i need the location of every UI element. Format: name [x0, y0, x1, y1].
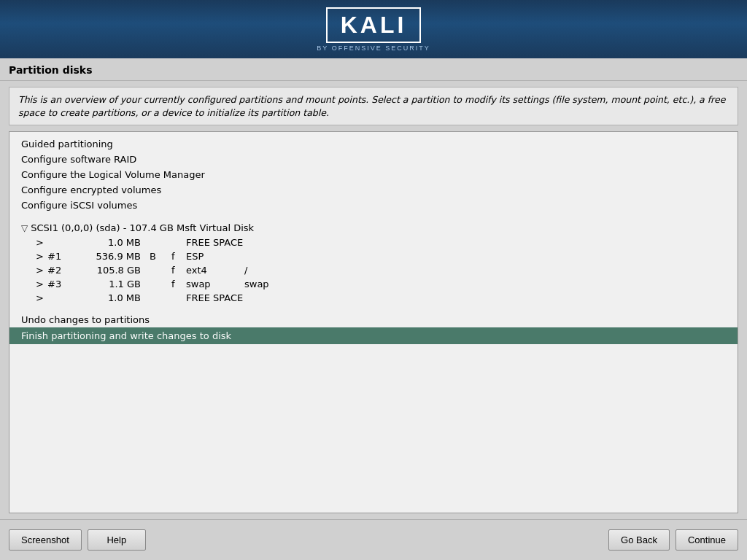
partition-panel[interactable]: Guided partitioning Configure software R… — [9, 131, 738, 513]
logo-box: KALI — [326, 7, 422, 43]
spacer2 — [9, 305, 738, 312]
row-num-1: #1 — [47, 251, 77, 262]
logo-text: KALI — [341, 12, 407, 39]
row-flag1-1: B — [150, 251, 171, 262]
info-box: This is an overview of your currently co… — [9, 87, 738, 125]
row-flag2-3: f — [171, 279, 186, 289]
help-button[interactable]: Help — [88, 529, 146, 551]
footer-left: Screenshot Help — [9, 529, 146, 551]
row-size-0: 1.0 MB — [77, 237, 150, 248]
undo-changes-item[interactable]: Undo changes to partitions — [9, 312, 738, 327]
disk-label: SCSI1 (0,0,0) (sda) - 107.4 GB Msft Virt… — [31, 222, 254, 233]
undo-label: Undo changes to partitions — [21, 314, 150, 325]
row-num-3: #3 — [47, 279, 77, 289]
go-back-button[interactable]: Go Back — [608, 529, 670, 551]
kali-logo: KALI BY OFFENSIVE SECURITY — [317, 7, 430, 52]
row-type-0: FREE SPACE — [186, 237, 244, 248]
row-mount-2: / — [244, 265, 288, 276]
disk-expand-arrow: ▽ — [21, 223, 28, 233]
main-content: This is an overview of your currently co… — [0, 81, 747, 519]
row-size-4: 1.0 MB — [77, 292, 150, 303]
partition-row-free1[interactable]: > 1.0 MB FREE SPACE — [9, 236, 738, 249]
row-num-2: #2 — [47, 265, 77, 276]
row-flag2-2: f — [171, 265, 186, 276]
row-arrow-4: > — [36, 292, 47, 303]
screenshot-button[interactable]: Screenshot — [9, 529, 82, 551]
row-size-1: 536.9 MB — [77, 251, 150, 262]
finish-label: Finish partitioning and write changes to… — [21, 330, 231, 341]
row-flag2-1: f — [171, 251, 186, 262]
menu-item-guided[interactable]: Guided partitioning — [9, 136, 738, 152]
row-mount-3: swap — [244, 279, 288, 289]
row-size-3: 1.1 GB — [77, 279, 150, 289]
logo-subtitle: BY OFFENSIVE SECURITY — [317, 44, 430, 52]
menu-item-iscsi[interactable]: Configure iSCSI volumes — [9, 198, 738, 213]
row-type-1: ESP — [186, 251, 244, 262]
partition-row-free2[interactable]: > 1.0 MB FREE SPACE — [9, 291, 738, 305]
disk-header[interactable]: ▽ SCSI1 (0,0,0) (sda) - 107.4 GB Msft Vi… — [9, 220, 738, 236]
content-area: This is an overview of your currently co… — [0, 81, 747, 519]
menu-item-raid[interactable]: Configure software RAID — [9, 152, 738, 167]
partition-row-1[interactable]: > #1 536.9 MB B f ESP — [9, 249, 738, 263]
row-arrow-2: > — [36, 265, 47, 276]
row-type-4: FREE SPACE — [186, 292, 244, 303]
continue-button[interactable]: Continue — [676, 529, 738, 551]
menu-item-lvm[interactable]: Configure the Logical Volume Manager — [9, 167, 738, 182]
spacer — [9, 213, 738, 220]
row-arrow-3: > — [36, 279, 47, 289]
header: KALI BY OFFENSIVE SECURITY — [0, 0, 747, 58]
row-size-2: 105.8 GB — [77, 265, 150, 276]
info-text: This is an overview of your currently co… — [18, 94, 725, 118]
page-title: Partition disks — [9, 64, 92, 76]
partition-row-2[interactable]: > #2 105.8 GB f ext4 / — [9, 263, 738, 277]
row-arrow-0: > — [36, 237, 47, 248]
page-title-bar: Partition disks — [0, 58, 747, 81]
row-type-2: ext4 — [186, 265, 244, 276]
partition-row-3[interactable]: > #3 1.1 GB f swap swap — [9, 277, 738, 291]
row-arrow-1: > — [36, 251, 47, 262]
row-type-3: swap — [186, 279, 244, 289]
footer-right: Go Back Continue — [608, 529, 738, 551]
finish-partitioning-item[interactable]: Finish partitioning and write changes to… — [9, 327, 738, 344]
footer: Screenshot Help Go Back Continue — [0, 519, 747, 560]
menu-item-encrypted[interactable]: Configure encrypted volumes — [9, 182, 738, 198]
